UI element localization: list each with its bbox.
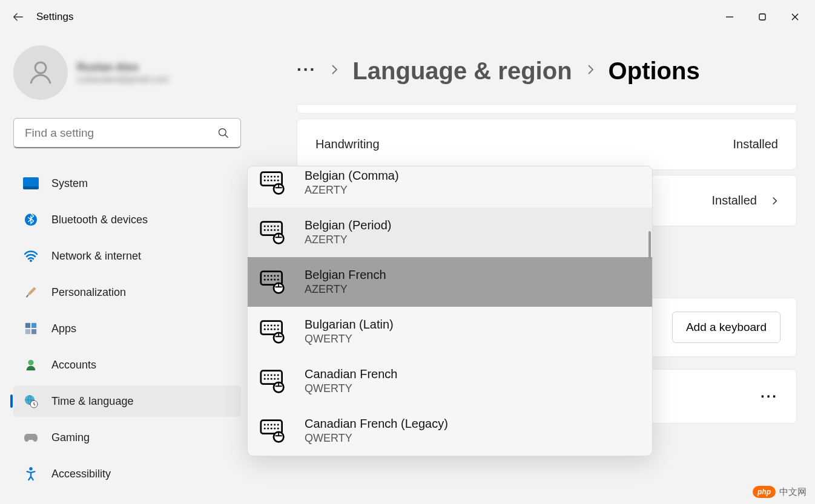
keyboard-option[interactable]: Belgian (Period)AZERTY [248,208,652,257]
sidebar-item-label: System [51,177,88,190]
sidebar-item-bluetooth[interactable]: Bluetooth & devices [13,204,241,235]
keyboard-mouse-icon [260,270,286,294]
close-button[interactable] [781,5,809,29]
svg-line-20 [225,134,228,137]
sidebar-item-label: Bluetooth & devices [51,214,148,226]
keyboard-dropdown: Belgian (Comma)AZERTY Belgian (Period)AZ… [247,166,653,456]
keyboard-layout: AZERTY [305,283,386,296]
sidebar-item-network[interactable]: Network & internet [13,240,241,272]
monitor-icon [22,176,39,191]
add-keyboard-button[interactable]: Add a keyboard [672,312,780,343]
sidebar-item-label: Accounts [51,359,96,371]
sidebar-item-label: Network & internet [51,250,141,263]
svg-rect-26 [31,323,36,328]
breadcrumb-ellipsis[interactable]: ... [297,65,316,77]
card-label: Handwriting [315,137,380,151]
sidebar-item-accounts[interactable]: Accounts [13,349,241,381]
sidebar-item-apps[interactable]: Apps [13,313,241,344]
watermark: php 中文网 [753,486,807,498]
app-title: Settings [36,11,73,23]
svg-rect-22 [23,186,39,189]
breadcrumb-parent[interactable]: Language & region [352,57,572,85]
minimize-icon [725,13,734,21]
keyboard-layout: QWERTY [305,382,397,395]
back-arrow-icon [12,10,25,24]
user-name: Ruslan Alex [77,61,169,74]
keyboard-name: Belgian French [305,268,386,282]
nav-list: System Bluetooth & devices Network & int… [13,168,241,489]
card-partial [297,104,797,114]
search-box[interactable] [13,118,241,148]
account-icon [22,358,39,372]
sidebar: Ruslan Alex ruslanalex@gmail.com System … [0,33,254,504]
keyboard-layout: AZERTY [305,184,399,197]
keyboard-mouse-icon [260,419,286,443]
breadcrumb-current: Options [609,57,700,85]
sidebar-item-label: Time & language [51,395,133,408]
user-info: Ruslan Alex ruslanalex@gmail.com [77,61,169,84]
chevron-right-icon [771,195,778,206]
svg-rect-28 [31,329,36,334]
sidebar-item-time-language[interactable]: Time & language [13,385,241,417]
watermark-badge: php [753,486,776,498]
keyboard-option[interactable]: Canadian French (Legacy)QWERTY [248,406,652,456]
scrollbar-thumb[interactable] [648,231,651,259]
search-input[interactable] [25,126,217,140]
bluetooth-icon [22,212,39,227]
keyboard-layout: QWERTY [305,432,448,445]
svg-point-29 [28,360,33,365]
sidebar-item-personalization[interactable]: Personalization [13,277,241,308]
keyboard-layout: QWERTY [305,333,394,345]
sidebar-item-label: Apps [51,322,76,335]
sidebar-item-accessibility[interactable]: Accessibility [13,458,241,489]
keyboard-option[interactable]: Belgian (Comma)AZERTY [248,166,652,208]
close-icon [791,13,799,21]
svg-point-24 [30,260,32,262]
keyboard-option-selected[interactable]: Belgian FrenchAZERTY [248,257,652,307]
watermark-text: 中文网 [779,486,807,498]
sidebar-item-label: Accessibility [51,468,111,480]
sidebar-item-label: Gaming [51,431,90,444]
avatar [13,45,68,100]
gamepad-icon [22,430,39,445]
keyboard-option[interactable]: Bulgarian (Latin)QWERTY [248,307,652,356]
sidebar-item-label: Personalization [51,286,126,299]
more-options-icon[interactable]: ··· [761,388,778,405]
keyboard-option[interactable]: Canadian FrenchQWERTY [248,356,652,406]
svg-point-19 [219,128,226,136]
accessibility-icon [22,466,39,481]
svg-rect-25 [25,323,30,328]
card-status: Installed [733,137,779,151]
svg-rect-15 [759,14,765,20]
chevron-right-icon [331,64,338,78]
back-button[interactable] [6,5,30,29]
keyboard-layout: AZERTY [305,234,391,246]
svg-rect-27 [25,329,30,334]
card-status: Installed [712,194,757,208]
handwriting-card[interactable]: Handwriting Installed [297,119,797,170]
person-icon [26,58,55,87]
user-email: ruslanalex@gmail.com [77,74,169,84]
keyboard-name: Canadian French [305,367,397,381]
keyboard-name: Belgian (Period) [305,218,391,232]
maximize-icon [758,13,767,21]
keyboard-mouse-icon [260,369,286,393]
titlebar: Settings [0,0,815,33]
minimize-button[interactable] [716,5,744,29]
sidebar-item-system[interactable]: System [13,168,241,199]
svg-point-32 [29,467,33,471]
keyboard-mouse-icon [260,319,286,344]
maximize-button[interactable] [748,5,776,29]
keyboard-name: Bulgarian (Latin) [305,318,394,332]
globe-clock-icon [22,394,39,408]
wifi-icon [22,249,39,263]
apps-icon [22,321,39,336]
svg-point-18 [35,62,46,73]
paintbrush-icon [22,285,39,299]
keyboard-mouse-icon [260,171,286,195]
user-block[interactable]: Ruslan Alex ruslanalex@gmail.com [13,45,241,100]
chevron-right-icon [587,64,594,78]
keyboard-name: Canadian French (Legacy) [305,417,448,431]
sidebar-item-gaming[interactable]: Gaming [13,422,241,453]
keyboard-mouse-icon [260,220,286,244]
